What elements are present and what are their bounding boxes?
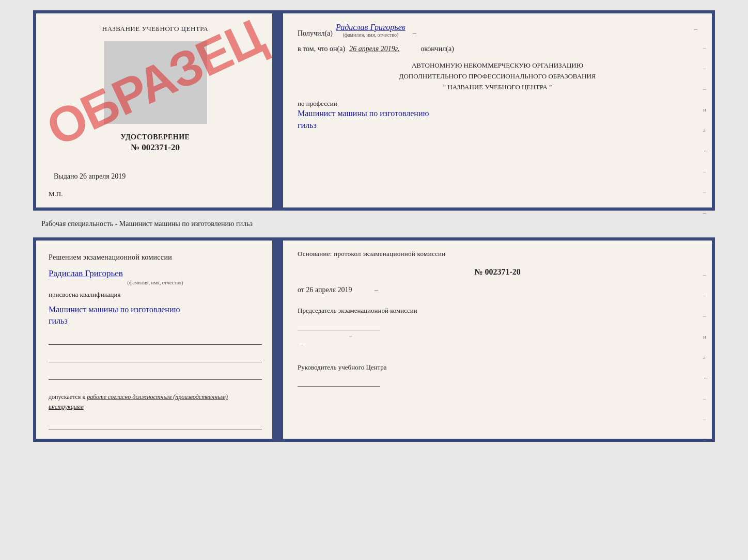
cert-block: УДОСТОВЕРЕНИЕ № 002371-20: [121, 133, 190, 153]
chairman-signature: [298, 322, 380, 330]
underline-3: [49, 371, 262, 380]
rukovoditel-label: Руководитель учебного Центра: [298, 362, 697, 373]
osnovanie-label: Основание: протокол экзаменационной коми…: [298, 250, 697, 258]
top-document: НАЗВАНИЕ УЧЕБНОГО ЦЕНТРА ОБРАЗЕЦ УДОСТОВ…: [33, 10, 715, 211]
bottom-document: Решением экзаменационной комиссии Радисл…: [33, 237, 715, 442]
cert-title: УДОСТОВЕРЕНИЕ: [121, 133, 190, 141]
cert-number: № 002371-20: [121, 142, 190, 153]
chairman-label: Председатель экзаменационной комиссии: [298, 306, 697, 316]
protocol-number: № 002371-20: [298, 267, 697, 277]
underline-dopusk: [49, 420, 262, 429]
person-block-bottom: Радислав Григорьев (фамилия, имя, отчест…: [49, 268, 262, 285]
top-doc-right: Получил(а) Радислав Григорьев (фамилия, …: [283, 13, 712, 207]
side-marks-top: – – – и а ← – – –: [703, 44, 709, 216]
qualification-name: Машинист машины по изготовлению гильз: [49, 304, 262, 327]
dopuskaetsya-label: допускается к: [49, 393, 85, 401]
underline-2: [49, 353, 262, 362]
vtom-date: 26 апреля 2019г.: [349, 45, 416, 53]
prisvoena-label: присвоена квалификация: [49, 291, 262, 299]
org-block: АВТОНОМНУЮ НЕКОММЕРЧЕСКУЮ ОРГАНИЗАЦИЮ ДО…: [298, 60, 697, 92]
profession-label: по профессии: [298, 100, 697, 108]
person-name-cursive: Радислав Григорьев: [49, 268, 123, 278]
org-line2: ДОПОЛНИТЕЛЬНОГО ПРОФЕССИОНАЛЬНОГО ОБРАЗО…: [298, 71, 697, 82]
rukovoditel-signature: [298, 378, 380, 387]
vydano-line: Выдано 26 апреля 2019: [49, 172, 126, 181]
okonchil-label: окончил(а): [420, 45, 454, 53]
fio-label-top: (фамилия, имя, отчество): [336, 32, 406, 38]
top-doc-left: НАЗВАНИЕ УЧЕБНОГО ЦЕНТРА ОБРАЗЕЦ УДОСТОВ…: [36, 13, 274, 207]
bottom-doc-left: Решением экзаменационной комиссии Радисл…: [36, 241, 274, 439]
spine-top: [274, 13, 283, 207]
bottom-doc-right: Основание: протокол экзаменационной коми…: [283, 241, 712, 439]
underline-1: [49, 335, 262, 345]
fio-label-bottom: (фамилия, имя, отчество): [49, 280, 262, 285]
org-line3: " НАЗВАНИЕ УЧЕБНОГО ЦЕНТРА ": [298, 82, 697, 93]
chairman-block: Председатель экзаменационной комиссии – …: [298, 306, 697, 349]
protocol-date-prefix: от: [298, 286, 304, 294]
decision-title: Решением экзаменационной комиссии: [49, 252, 262, 263]
org-line1: АВТОНОМНУЮ НЕКОММЕРЧЕСКУЮ ОРГАНИЗАЦИЮ: [298, 60, 697, 71]
mp-line: М.П.: [49, 190, 63, 198]
vtom-label: в том, что он(а): [298, 45, 345, 53]
school-title-top: НАЗВАНИЕ УЧЕБНОГО ЦЕНТРА: [102, 25, 208, 33]
protocol-date: от 26 апреля 2019 –: [298, 286, 697, 294]
profession-block: по профессии Машинист машины по изготовл…: [298, 100, 697, 131]
dopuskaetsya-block: допускается к работе согласно должностны…: [49, 392, 262, 412]
spine-bottom: [274, 241, 283, 439]
profession-name: Машинист машины по изготовлению гильз: [298, 108, 697, 131]
rukovoditel-block: Руководитель учебного Центра: [298, 362, 697, 387]
photo-placeholder: [104, 41, 207, 124]
top-right-dash: –: [694, 25, 698, 33]
vtom-line: в том, что он(а) 26 апреля 2019г. окончи…: [298, 45, 697, 53]
received-line: Получил(а) Радислав Григорьев (фамилия, …: [298, 23, 697, 38]
received-label: Получил(а): [298, 29, 333, 38]
side-marks-bottom: – – – и а ← – – –: [703, 271, 709, 443]
dash-top: –: [413, 29, 416, 38]
received-name: Радислав Григорьев: [336, 23, 406, 31]
between-label: Рабочая специальность - Машинист машины …: [10, 220, 253, 228]
protocol-date-value: 26 апреля 2019: [306, 286, 352, 294]
